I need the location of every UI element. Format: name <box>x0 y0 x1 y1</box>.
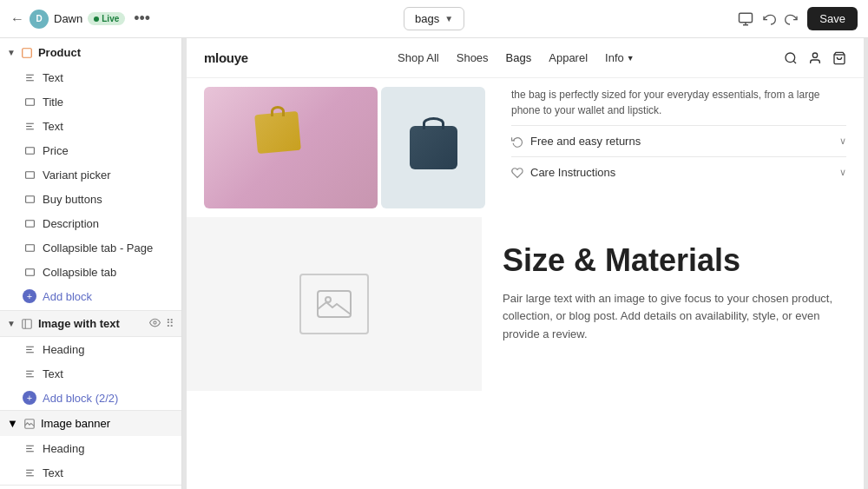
product-section-header[interactable]: ▼ Product <box>0 40 181 65</box>
care-collapsible[interactable]: Care Instructions ∨ <box>511 156 846 188</box>
svg-rect-7 <box>25 98 34 105</box>
topbar-right: Save <box>675 7 858 30</box>
sidebar-item-collapsible-tab[interactable]: Collapsible tab <box>0 260 181 284</box>
collapsible-tab-label: Collapsible tab <box>43 266 173 279</box>
sidebar-item-price[interactable]: Price <box>0 138 181 162</box>
product-section-label: Product <box>38 46 81 59</box>
text3-label: Text <box>43 367 173 380</box>
sidebar-item-variant-picker[interactable]: Variant picker <box>0 162 181 187</box>
image-with-text-label: Image with text <box>38 317 120 330</box>
eye-icon[interactable] <box>149 317 161 330</box>
live-dot <box>94 17 99 22</box>
cart-icon[interactable] <box>832 51 846 65</box>
topbar: ← D Dawn Live ••• bags ▼ Save <box>0 0 868 38</box>
returns-row-left: Free and easy returns <box>511 135 641 148</box>
redo-button[interactable] <box>785 12 799 26</box>
more-options-button[interactable]: ••• <box>134 10 150 28</box>
svg-rect-12 <box>25 171 34 178</box>
sidebar-item-text3[interactable]: Text <box>0 361 181 386</box>
dark-bag-handle <box>423 117 444 129</box>
sidebar-item-text4[interactable]: Text <box>0 460 181 485</box>
nav-shoes[interactable]: Shoes <box>457 51 489 64</box>
returns-icon <box>511 135 523 148</box>
sidebar-item-heading2[interactable]: Heading <box>0 436 181 460</box>
svg-point-19 <box>154 321 156 324</box>
sidebar-item-text1[interactable]: Text <box>0 65 181 89</box>
theme-settings-link[interactable]: Theme settings <box>0 485 181 489</box>
live-badge: Live <box>88 12 125 25</box>
topbar-left: ← D Dawn Live ••• <box>10 10 193 29</box>
sidebar-item-buy-buttons[interactable]: Buy buttons <box>0 187 181 211</box>
variant-picker-icon <box>23 168 36 182</box>
nav-bags[interactable]: Bags <box>506 51 532 64</box>
avatar: D <box>30 10 49 29</box>
sidebar-item-heading1[interactable]: Heading <box>0 337 181 361</box>
page-selector-dropdown[interactable]: bags ▼ <box>404 7 464 30</box>
svg-rect-16 <box>25 268 34 275</box>
product-section-icon <box>21 47 33 59</box>
svg-rect-15 <box>25 244 34 251</box>
sidebar-item-title[interactable]: Title <box>0 89 181 114</box>
desktop-view-button[interactable] <box>738 11 753 27</box>
search-icon[interactable] <box>784 51 798 65</box>
page-selector-value: bags <box>415 12 439 25</box>
image-with-text-section-header[interactable]: ▼ Image with text ⠿ <box>0 310 181 337</box>
price-label: Price <box>43 144 173 157</box>
image-banner-section-header[interactable]: ▼ Image banner <box>0 410 181 436</box>
text2-label: Text <box>43 120 173 133</box>
product-area: the bag is perfectly sized for your ever… <box>187 78 864 217</box>
add-block-button[interactable]: + Add block <box>0 284 181 308</box>
dropdown-arrow-icon: ▼ <box>444 14 453 23</box>
image-banner-section-icon <box>23 418 36 430</box>
buy-buttons-label: Buy buttons <box>43 193 173 206</box>
add-block-iwt-plus-icon: + <box>23 391 36 405</box>
product-secondary-image <box>381 87 485 208</box>
care-chevron-icon: ∨ <box>839 167 846 178</box>
dark-bag-container <box>410 126 457 169</box>
title-icon <box>23 95 36 109</box>
undo-button[interactable] <box>762 12 776 26</box>
sidebar-item-description[interactable]: Description <box>0 211 181 235</box>
svg-rect-37 <box>318 291 351 317</box>
drag-handle-icon[interactable]: ⠿ <box>166 317 174 330</box>
back-icon[interactable]: ← <box>10 11 24 27</box>
returns-collapsible[interactable]: Free and easy returns ∨ <box>511 125 846 156</box>
yellow-bag-shape <box>254 111 301 154</box>
nav-shop-all[interactable]: Shop All <box>398 51 439 64</box>
nav-icons <box>784 51 846 65</box>
store-logo: mlouye <box>204 50 248 65</box>
iwt-text-content: Size & Materials Pair large text with an… <box>482 217 864 391</box>
save-button[interactable]: Save <box>807 7 858 30</box>
sidebar-item-text2[interactable]: Text <box>0 114 181 138</box>
account-icon[interactable] <box>808 51 822 65</box>
add-block-iwt-button[interactable]: + Add block (2/2) <box>0 386 181 410</box>
canvas: mlouye Shop All Shoes Bags Apparel Info … <box>182 38 868 489</box>
add-block-label: Add block <box>43 290 92 303</box>
image-banner-left: ▼ Image banner <box>7 417 174 430</box>
svg-point-35 <box>812 53 817 57</box>
add-block-iwt-label: Add block (2/2) <box>43 392 118 405</box>
returns-chevron-icon: ∨ <box>839 135 846 147</box>
heading2-icon <box>23 441 36 455</box>
svg-rect-13 <box>25 195 34 202</box>
image-with-text-left: ▼ Image with text <box>7 317 149 330</box>
topbar-center: bags ▼ <box>200 7 668 30</box>
nav-apparel[interactable]: Apparel <box>549 51 588 64</box>
image-with-text-actions: ⠿ <box>149 317 174 330</box>
nav-info-dropdown[interactable]: Info ▼ <box>605 51 635 64</box>
title-label: Title <box>43 96 173 109</box>
sidebar-item-collapsible-tab-page[interactable]: Collapsible tab - Page <box>0 235 181 260</box>
care-row-left: Care Instructions <box>511 166 615 179</box>
store-nav: mlouye Shop All Shoes Bags Apparel Info … <box>187 38 864 78</box>
sidebar: ▼ Product Text Title Text <box>0 38 182 489</box>
text2-icon <box>23 119 36 133</box>
image-with-text-section-icon <box>21 318 33 330</box>
svg-rect-3 <box>23 48 32 57</box>
text-icon <box>23 70 36 84</box>
svg-line-34 <box>793 61 796 63</box>
image-with-text-chevron-icon: ▼ <box>7 319 16 328</box>
heading1-label: Heading <box>43 343 173 356</box>
product-main-image <box>204 87 378 208</box>
variant-picker-label: Variant picker <box>43 169 173 182</box>
product-info-panel: the bag is perfectly sized for your ever… <box>494 78 864 217</box>
